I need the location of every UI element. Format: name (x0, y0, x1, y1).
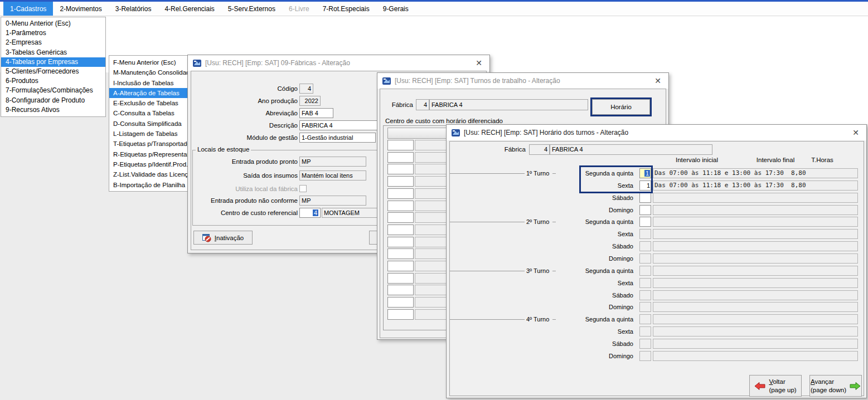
turno-value-input-14[interactable] (639, 339, 651, 349)
cc-grid-input-7[interactable] (387, 225, 414, 235)
submenu-item-a-altera-o-de-tabelas[interactable]: A-Alteração de Tabelas (109, 88, 188, 98)
turno-value-input-7[interactable] (639, 253, 651, 264)
cc-grid-input-5[interactable] (387, 201, 414, 211)
day-label-domingo-3: Domingo (564, 205, 633, 215)
selected-value: 1 (644, 170, 650, 177)
sidebar-item-8-configurador-de-produto[interactable]: 8-Configurador de Produto (1, 96, 105, 105)
cc-grid-input-8[interactable] (387, 237, 414, 247)
horario-button[interactable]: Horário (590, 97, 652, 116)
cc-grid-input-3[interactable] (387, 176, 414, 187)
submenu-item-p-etiquetas-p-identif-prod[interactable]: P-Etiquetas p/Identif.Prod. (109, 159, 188, 169)
abreviacao-input[interactable]: FAB 4 (299, 108, 333, 118)
menu-item-6-livre[interactable]: 6-Livre (282, 2, 316, 16)
submenu-item-m-manuten-o-consolidada[interactable]: M-Manutenção Consolidada (109, 67, 188, 77)
cc-grid-input-12[interactable] (387, 285, 414, 295)
turno-value-input-1[interactable]: 1 (639, 181, 651, 191)
turno-row-2: Sábado (447, 193, 867, 203)
ano-producao-label: Ano produção (190, 96, 298, 106)
submenu-item-i-inclus-o-de-tabelas[interactable]: I-Inclusão de Tabelas (109, 78, 188, 88)
menu-item-3-relat-rios[interactable]: 3-Relatórios (109, 2, 158, 16)
menu-item-4-rel-gerenciais[interactable]: 4-Rel.Gerenciais (158, 2, 221, 16)
codigo-field: 4 (299, 84, 313, 94)
sidebar-item-9-recursos-ativos[interactable]: 9-Recursos Ativos (1, 105, 105, 115)
turno-connector-line (450, 222, 525, 222)
submenu-item-c-consulta-a-tabelas[interactable]: C-Consulta a Tabelas (109, 108, 188, 118)
submenu-item-f-menu-anterior-esc[interactable]: F-Menu Anterior (Esc) (109, 57, 188, 67)
sidebar-item-0-menu-anterior-esc[interactable]: 0-Menu Anterior (Esc) (1, 19, 105, 28)
day-label-domingo-7: Domingo (564, 253, 633, 264)
cc-grid-input-6[interactable] (387, 212, 414, 223)
app-icon (382, 77, 391, 85)
sidebar-item-1-par-metros[interactable]: 1-Parâmetros (1, 28, 105, 38)
avancar-button[interactable]: Avançar(page down) (809, 375, 862, 397)
turno-value-input-10[interactable] (639, 290, 651, 300)
menu-item-5-serv-externos[interactable]: 5-Serv.Externos (221, 2, 282, 16)
turno-connector-dash (552, 222, 556, 222)
turno-connector-line (450, 173, 525, 174)
turno-row-8: 3º TurnoSegunda a quinta (447, 266, 867, 276)
turno-row-11: Domingo (447, 302, 867, 312)
turno-value-input-3[interactable] (639, 205, 651, 215)
turno-value-input-13[interactable] (639, 326, 651, 336)
submenu-item-r-etiquetas-p-representante[interactable]: R-Etiquetas p/Representante (109, 149, 188, 159)
turno-value-input-4[interactable] (639, 217, 651, 227)
fabrica-label: Fábrica (447, 144, 526, 155)
inativacao-button[interactable]: Inativação (193, 231, 253, 245)
sidebar-item-7-formula-es-combina-es[interactable]: 7-Formulações/Combinações (1, 86, 105, 95)
turno-value-input-8[interactable] (639, 266, 651, 276)
day-label-segunda-a-quinta-4: Segunda a quinta (564, 217, 633, 227)
descricao-input[interactable]: FABRICA 4 (299, 120, 389, 130)
close-icon[interactable]: ✕ (473, 58, 484, 68)
sidebar-item-3-tabelas-gen-ricas[interactable]: 3-Tabelas Genéricas (1, 48, 105, 57)
turno-value-input-11[interactable] (639, 302, 651, 312)
cc-grid-input-10[interactable] (387, 261, 414, 271)
entrada-pronto-desc: MP (299, 157, 366, 167)
sidebar-item-5-clientes-fornecedores[interactable]: 5-Clientes/Fornecedores (1, 67, 105, 76)
sidebar-item-2-empresas[interactable]: 2-Empresas (1, 38, 105, 47)
app-icon (193, 59, 201, 67)
modulo-gestao-select[interactable]: 1-Gestão industrial (299, 133, 376, 143)
dialog-fabricas-titlebar: [Usu: RECH] [Emp: SAT] 09-Fábricas - Alt… (188, 55, 489, 71)
cc-grid-input-11[interactable] (387, 273, 414, 284)
submenu-item-t-etiquetas-p-transportador[interactable]: T-Etiquetas p/Transportador (109, 139, 188, 149)
submenu-item-e-exclus-o-de-tabelas[interactable]: E-Exclusão de Tabelas (109, 98, 188, 108)
submenu-item-d-consulta-simplificada[interactable]: D-Consulta Simplificada (109, 119, 188, 129)
cc-grid-input-1[interactable] (387, 152, 414, 163)
cc-grid-input-14[interactable] (387, 309, 414, 320)
submenu-item-z-list-validade-das-licen-as[interactable]: Z-List.Validade das Licenças (109, 169, 188, 179)
turno-value-input-2[interactable] (639, 193, 651, 203)
menu-item-2-movimentos[interactable]: 2-Movimentos (53, 2, 108, 16)
menu-item-9-gerais[interactable]: 9-Gerais (376, 2, 415, 16)
turno-value-input-5[interactable] (639, 229, 651, 239)
turno-value-input-6[interactable] (639, 241, 651, 251)
cc-grid-input-13[interactable] (387, 297, 414, 308)
close-icon[interactable]: ✕ (652, 76, 663, 86)
turno-value-input-15[interactable] (639, 351, 651, 361)
turno-connector-line (450, 271, 525, 271)
day-label-sexta-13: Sexta (564, 326, 633, 336)
avancar-button-label: Avançar(page down) (811, 378, 846, 394)
turno-value-input-0[interactable]: 1 (639, 168, 651, 178)
submenu-item-l-listagem-de-tabelas[interactable]: L-Listagem de Tabelas (109, 129, 188, 139)
cc-grid-input-9[interactable] (387, 248, 414, 259)
utiliza-local-checkbox[interactable] (299, 185, 307, 192)
turno-schedule-field-0: Das 07:00 às 11:18 e 13:00 às 17:30 8,80 (653, 168, 858, 178)
submenu-item-b-importa-o-de-planilha[interactable]: B-Importação de Planilha (109, 180, 188, 190)
close-icon[interactable]: ✕ (850, 128, 861, 138)
cc-grid-input-2[interactable] (387, 164, 414, 174)
menu-item-1-cadastros[interactable]: 1-Cadastros (3, 2, 53, 16)
cc-grid-input-4[interactable] (387, 188, 414, 199)
turno-row-4: 2º TurnoSegunda a quinta (447, 217, 867, 227)
day-label-segunda-a-quinta-12: Segunda a quinta (564, 314, 633, 324)
turno-value-input-9[interactable] (639, 278, 651, 288)
turno-schedule-field-4 (653, 217, 858, 227)
saida-insumos-desc: Mantém local itens (299, 170, 366, 181)
sidebar-item-6-produtos[interactable]: 6-Produtos (1, 76, 105, 86)
voltar-button[interactable]: Voltar(page up) (749, 375, 802, 397)
turno-value-input-12[interactable] (639, 314, 651, 324)
sidebar-item-4-tabelas-por-empresas[interactable]: 4-Tabelas por Empresas (1, 57, 105, 67)
menu-item-7-rot-especiais[interactable]: 7-Rot.Especiais (316, 2, 376, 16)
centro-custo-input[interactable]: 4 (299, 208, 321, 218)
cc-grid-input-0[interactable] (387, 140, 414, 150)
turno-schedule-field-6 (653, 241, 858, 251)
